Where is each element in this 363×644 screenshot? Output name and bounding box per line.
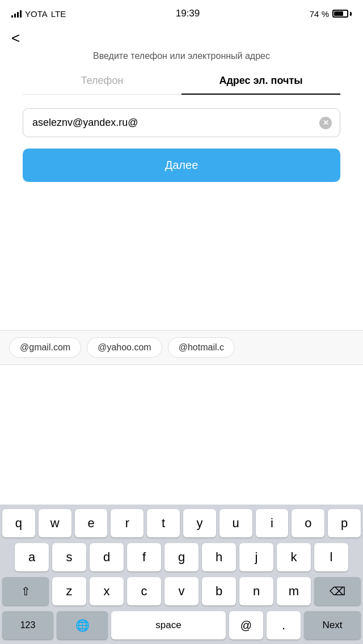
key-r[interactable]: r (111, 509, 143, 537)
suggestion-gmail[interactable]: @gmail.com (9, 337, 81, 358)
key-x[interactable]: x (90, 577, 124, 605)
key-n[interactable]: n (239, 577, 273, 605)
tab-email[interactable]: Адрес эл. почты (182, 75, 340, 95)
nav-bar: < (0, 25, 363, 51)
tab-phone[interactable]: Телефон (23, 75, 182, 95)
key-k[interactable]: k (277, 543, 311, 571)
at-key[interactable]: @ (229, 611, 263, 639)
key-j[interactable]: j (239, 543, 273, 571)
signal-icon (11, 10, 22, 18)
status-battery: 74 % (310, 9, 352, 19)
keyboard: q w e r t y u i o p a s d f g h j k l ⇧ … (0, 505, 363, 644)
key-e[interactable]: e (75, 509, 108, 537)
key-c[interactable]: c (127, 577, 161, 605)
key-y[interactable]: y (183, 509, 216, 537)
status-time: 19:39 (176, 8, 200, 19)
backspace-icon: ⌫ (330, 584, 345, 598)
keyboard-row-4: 123 🌐 space @ . Next (2, 611, 361, 639)
key-p[interactable]: p (328, 509, 361, 537)
key-t[interactable]: t (147, 509, 180, 537)
numbers-key[interactable]: 123 (2, 611, 53, 639)
key-f[interactable]: f (127, 543, 161, 571)
status-carrier: YOTA LTE (11, 9, 66, 19)
subtitle-text: Введите телефон или электронный адрес (23, 51, 340, 61)
suggestion-hotmail[interactable]: @hotmail.c (168, 337, 235, 358)
email-input[interactable] (32, 117, 311, 129)
key-s[interactable]: s (52, 543, 86, 571)
key-g[interactable]: g (164, 543, 199, 571)
space-key[interactable]: space (111, 611, 226, 639)
key-o[interactable]: o (292, 509, 324, 537)
key-l[interactable]: l (314, 543, 348, 571)
key-d[interactable]: d (90, 543, 124, 571)
next-button[interactable]: Далее (23, 149, 340, 182)
next-keyboard-key[interactable]: Next (304, 611, 361, 639)
clear-button[interactable]: ✕ (319, 117, 332, 129)
key-b[interactable]: b (202, 577, 236, 605)
key-q[interactable]: q (2, 509, 35, 537)
key-i[interactable]: i (256, 509, 289, 537)
key-a[interactable]: a (15, 543, 49, 571)
key-u[interactable]: u (220, 509, 252, 537)
tab-group: Телефон Адрес эл. почты (23, 75, 340, 95)
email-input-wrapper: ✕ (23, 108, 340, 137)
key-w[interactable]: w (39, 509, 71, 537)
key-h[interactable]: h (202, 543, 236, 571)
keyboard-row-1: q w e r t y u i o p (2, 509, 361, 537)
status-bar: YOTA LTE 19:39 74 % (0, 0, 363, 25)
key-z[interactable]: z (52, 577, 86, 605)
battery-icon (332, 10, 352, 18)
keyboard-row-2: a s d f g h j k l (2, 543, 361, 571)
email-suggestions-bar: @gmail.com @yahoo.com @hotmail.c (0, 330, 363, 365)
key-v[interactable]: v (164, 577, 199, 605)
shift-key[interactable]: ⇧ (2, 577, 49, 605)
main-content: Введите телефон или электронный адрес Те… (0, 51, 363, 182)
back-button[interactable]: < (11, 31, 20, 45)
period-key[interactable]: . (267, 611, 301, 639)
suggestion-yahoo[interactable]: @yahoo.com (87, 337, 162, 358)
keyboard-row-3: ⇧ z x c v b n m ⌫ (2, 577, 361, 605)
key-m[interactable]: m (277, 577, 311, 605)
globe-key[interactable]: 🌐 (57, 611, 108, 639)
backspace-key[interactable]: ⌫ (314, 577, 361, 605)
